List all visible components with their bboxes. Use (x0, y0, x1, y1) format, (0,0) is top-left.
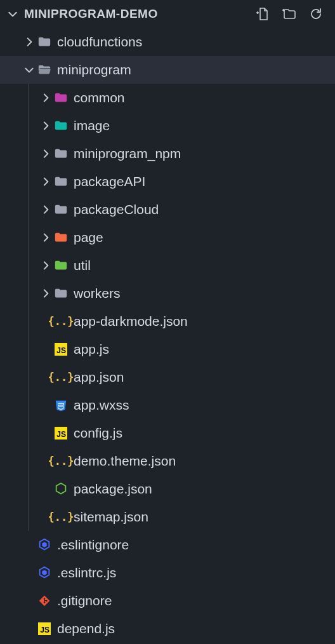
folder-item[interactable]: util (0, 252, 335, 279)
refresh-button[interactable] (308, 6, 324, 22)
item-label: miniprogram_npm (74, 146, 181, 161)
indent-guide (28, 84, 29, 531)
folder-open-icon (37, 62, 52, 77)
item-label: config.js (74, 426, 122, 441)
chevron-right-icon[interactable] (38, 204, 53, 215)
js-icon: JS (53, 342, 69, 357)
folder-icon (37, 34, 52, 50)
chevron-right-icon[interactable] (22, 36, 37, 48)
file-item[interactable]: JSconfig.js (0, 419, 335, 447)
folder-item[interactable]: miniprogram (0, 56, 335, 84)
git-icon (37, 593, 52, 608)
item-label: common (74, 90, 125, 105)
node-icon (53, 481, 69, 497)
json-icon: {..} (53, 509, 69, 525)
folder-icon (53, 258, 69, 273)
item-label: app.json (74, 370, 124, 385)
file-item[interactable]: {..}sitemap.json (0, 503, 335, 531)
file-item[interactable]: .eslintrc.js (0, 559, 335, 587)
item-label: workers (74, 286, 121, 301)
chevron-right-icon[interactable] (38, 120, 53, 131)
new-file-button[interactable] (255, 6, 270, 22)
item-label: app.wxss (74, 398, 129, 413)
file-item[interactable]: {..}app-darkmode.json (0, 307, 335, 335)
chevron-right-icon[interactable] (38, 148, 53, 159)
folder-icon (53, 286, 69, 301)
folder-item[interactable]: packageAPI (0, 168, 335, 196)
item-label: app.js (74, 342, 109, 357)
item-label: page (74, 230, 103, 245)
file-item[interactable]: {..}demo.theme.json (0, 447, 335, 475)
item-label: sitemap.json (74, 509, 148, 525)
chevron-right-icon[interactable] (38, 260, 53, 271)
file-item[interactable]: JSdepend.js (0, 615, 335, 643)
header-actions (255, 6, 330, 22)
json-icon: {..} (53, 314, 69, 329)
js-icon: JS (37, 621, 52, 636)
eslint-icon (37, 537, 52, 553)
folder-icon (53, 174, 69, 189)
folder-item[interactable]: page (0, 224, 335, 252)
explorer-header: MINIPROGRAM-DEMO (0, 0, 335, 28)
file-item[interactable]: JSapp.js (0, 335, 335, 363)
new-folder-button[interactable] (282, 6, 297, 22)
item-label: .gitignore (57, 593, 112, 608)
js-icon: JS (53, 426, 69, 441)
item-label: packageCloud (74, 202, 159, 217)
file-tree: cloudfunctionsminiprogramcommonimagemini… (0, 28, 335, 643)
chevron-down-icon (5, 8, 20, 20)
folder-item[interactable]: cloudfunctions (0, 28, 335, 56)
chevron-right-icon[interactable] (38, 232, 53, 243)
file-item[interactable]: app.wxss (0, 391, 335, 419)
project-root[interactable]: MINIPROGRAM-DEMO (5, 7, 255, 21)
item-label: demo.theme.json (74, 453, 176, 469)
project-title: MINIPROGRAM-DEMO (24, 7, 158, 21)
item-label: cloudfunctions (57, 34, 142, 50)
json-icon: {..} (53, 453, 69, 469)
item-label: .eslintignore (57, 537, 129, 553)
chevron-right-icon[interactable] (38, 176, 53, 187)
item-label: image (74, 118, 110, 133)
folder-icon (53, 90, 69, 105)
folder-icon (53, 146, 69, 161)
folder-item[interactable]: packageCloud (0, 196, 335, 224)
file-item[interactable]: .gitignore (0, 587, 335, 615)
folder-icon (53, 118, 69, 133)
folder-icon (53, 202, 69, 217)
folder-item[interactable]: image (0, 112, 335, 140)
item-label: app-darkmode.json (74, 314, 188, 329)
folder-item[interactable]: workers (0, 279, 335, 307)
chevron-right-icon[interactable] (38, 288, 53, 299)
eslint-icon (37, 565, 52, 580)
item-label: depend.js (57, 621, 115, 636)
file-item[interactable]: package.json (0, 475, 335, 503)
item-label: package.json (74, 481, 152, 497)
item-label: packageAPI (74, 174, 145, 189)
item-label: util (74, 258, 91, 273)
file-item[interactable]: .eslintignore (0, 531, 335, 559)
folder-item[interactable]: miniprogram_npm (0, 140, 335, 168)
json-icon: {..} (53, 370, 69, 385)
chevron-down-icon[interactable] (22, 64, 37, 76)
item-label: miniprogram (57, 62, 131, 77)
wxss-icon (53, 398, 69, 413)
item-label: .eslintrc.js (57, 565, 116, 580)
chevron-right-icon[interactable] (38, 92, 53, 104)
folder-item[interactable]: common (0, 84, 335, 112)
file-item[interactable]: {..}app.json (0, 363, 335, 391)
folder-icon (53, 230, 69, 245)
